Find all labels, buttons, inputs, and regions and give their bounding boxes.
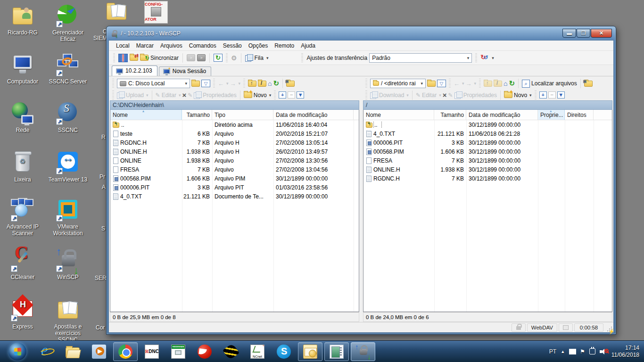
refresh-icon[interactable]: ↻ <box>273 79 280 88</box>
new-button[interactable]: Novo <box>254 92 267 99</box>
chevron-down-icon[interactable]: ▾ <box>266 56 269 60</box>
table-row[interactable]: ONLINE.H 1.938 KB 30/12/1899 00:00:00 <box>363 165 612 174</box>
table-row[interactable]: .. Diretório acima 11/06/2018 16:40:04 <box>110 120 359 129</box>
tab-new-session[interactable]: Nova Sessão <box>159 66 211 76</box>
menu-sessao[interactable]: Sessão <box>220 42 245 49</box>
remote-drive-select[interactable]: / <diretório rai ▾ <box>370 79 426 88</box>
new-button[interactable]: Novo <box>514 92 527 99</box>
close-button[interactable]: ✕ <box>591 29 612 38</box>
table-row[interactable]: 000568.PIM 1.606 KB Arquivo PIM 30/12/18… <box>110 174 359 183</box>
queue-button[interactable]: Fila <box>255 55 264 61</box>
taskbar-tool-button[interactable] <box>219 342 243 361</box>
chevron-down-icon[interactable]: ▾ <box>492 56 494 60</box>
taskbar-wmp-button[interactable] <box>87 342 111 361</box>
menu-opcoes[interactable]: Opções <box>245 42 271 49</box>
deselect-minus-icon[interactable]: − <box>288 91 295 99</box>
open-terminal-icon[interactable]: >⚡ <box>197 54 206 61</box>
forward-icon[interactable]: → <box>230 80 236 87</box>
table-row[interactable]: FRESA 7 KB 30/12/1899 00:00:00 <box>363 156 612 165</box>
upload-button[interactable]: Upload <box>126 92 144 99</box>
edit-pencil-icon[interactable]: ✎ <box>156 92 160 99</box>
rename-icon[interactable]: ✎ <box>188 92 192 99</box>
properties-icon[interactable] <box>454 91 462 99</box>
transfer-options-icon[interactable] <box>480 54 489 62</box>
table-row[interactable]: 000006.PIT 3 KB 30/12/1899 00:00:00 <box>363 138 612 147</box>
desktop-icon-teamviewer[interactable]: ↗ TeamViewer 13 <box>46 151 90 183</box>
transfer-preset-select[interactable]: Padrão ▾ <box>369 53 472 63</box>
table-row[interactable]: .. 30/12/1899 00:00:00 <box>363 120 612 129</box>
taskbar-clock[interactable]: 17:14 11/06/2018 <box>611 345 639 359</box>
root-directory-icon[interactable]: / <box>258 81 266 87</box>
download-button[interactable]: Download <box>379 92 404 99</box>
local-path-bar[interactable]: C:\DNC\Heidenhain\ <box>110 100 359 110</box>
delete-icon[interactable]: × <box>182 91 187 99</box>
restore-button[interactable]: ❐ <box>577 29 590 38</box>
table-row[interactable]: ONLINE 1.938 KB Arquivo 27/02/2008 13:30… <box>110 156 359 165</box>
column-header-nome[interactable]: ▴Nome <box>110 110 182 120</box>
console-icon[interactable]: > <box>187 54 195 61</box>
minimize-button[interactable]: ▬ <box>562 29 576 38</box>
tree-toggle-icon[interactable]: ▣ <box>584 81 593 87</box>
desktop-icon-ccleaner[interactable]: ↗ CCleaner <box>1 248 44 280</box>
download-icon[interactable] <box>370 91 378 99</box>
properties-button[interactable]: Propriedades <box>203 92 236 99</box>
title-bar[interactable]: ↓ / - 10.2.2.103 - WinSCP ▬ ❐ ✕ <box>107 26 616 40</box>
properties-button[interactable]: Propriedades <box>463 92 497 99</box>
column-header-tamanho[interactable]: Tamanho <box>434 110 466 120</box>
folder-documents-icon[interactable] <box>105 1 128 25</box>
table-row[interactable]: teste 6 KB Arquivo 20/02/2018 15:21:07 <box>110 129 359 138</box>
properties-icon[interactable] <box>194 91 201 99</box>
menu-comandos[interactable]: Comandos <box>186 42 220 49</box>
menu-local[interactable]: Local <box>113 42 133 49</box>
back-icon[interactable]: ← <box>454 80 460 87</box>
remote-file-list[interactable]: Nome Tamanho Data de modificação ▴Propri… <box>363 110 612 312</box>
tab-session-10-2-2-103[interactable]: 10.2.2.103 <box>112 66 157 76</box>
find-files-icon[interactable]: ⌕ <box>522 80 530 88</box>
menu-remoto[interactable]: Remoto <box>271 42 297 49</box>
deselect-minus-icon[interactable]: − <box>548 91 556 99</box>
new-icon[interactable]: ✦ <box>244 92 252 98</box>
preferences-gear-icon[interactable]: ⚙ <box>231 54 237 62</box>
select-plus-icon[interactable]: + <box>279 91 286 99</box>
refresh-session-icon[interactable]: ↻ <box>214 54 223 62</box>
menu-marcar[interactable]: Marcar <box>133 42 157 49</box>
forward-icon[interactable]: → <box>466 80 472 87</box>
desktop-icon-sscnc-server[interactable]: ↗ SSCNC Server <box>46 53 90 85</box>
edit-pencil-icon[interactable]: ✎ <box>416 92 421 99</box>
table-row[interactable]: RGDNC.H 7 KB 30/12/1899 00:00:00 <box>363 174 612 183</box>
column-header-proprietario[interactable]: ▴Proprie... <box>538 110 565 120</box>
column-header-nome[interactable]: Nome <box>363 110 434 120</box>
home-directory-icon[interactable]: ⌂ <box>504 80 507 87</box>
desktop-icon-advanced-ip-scanner[interactable]: ↗ Advanced IP Scanner <box>1 198 44 237</box>
taskbar-explorer-button[interactable] <box>60 342 85 361</box>
table-row[interactable]: 000568.PIM 1.606 KB 30/12/1899 00:00:00 <box>363 147 612 156</box>
panel-splitter[interactable] <box>359 77 363 322</box>
desktop-icon-vmware[interactable]: ↗ VMware Workstation <box>46 198 90 237</box>
desktop-icon-lixeira[interactable]: Lixeira <box>1 151 44 183</box>
action-center-flag-icon[interactable]: ⚑ <box>580 348 585 355</box>
parent-directory-icon[interactable]: ↑ <box>484 81 492 87</box>
taskbar-winscp-button[interactable]: ↑↓ <box>351 342 375 361</box>
open-directory-icon[interactable] <box>427 81 436 87</box>
menu-ajuda[interactable]: Ajuda <box>297 42 319 49</box>
local-drive-select[interactable]: C: Disco Local ▾ <box>117 79 190 88</box>
show-hidden-icons-button[interactable]: ▲ <box>561 349 565 354</box>
language-indicator[interactable]: PT <box>549 348 556 355</box>
desktop-icon-ricardo-rg[interactable]: Ricardo-RG <box>1 4 44 36</box>
taskbar-ie-button[interactable] <box>34 342 58 361</box>
desktop-icon-apostilas[interactable]: Apostilas e exercícios SSCNC <box>46 298 90 343</box>
network-signal-icon[interactable] <box>569 349 576 354</box>
desktop-icon-computador[interactable]: Computador <box>1 53 44 85</box>
queue-icon[interactable] <box>245 54 253 61</box>
new-icon[interactable]: ✦ <box>504 92 512 98</box>
back-icon[interactable]: ← <box>218 80 224 87</box>
desktop-icon-gerenciador-eficaz[interactable]: ↗ Gerenciador Eficaz <box>46 4 90 42</box>
table-row[interactable]: ONLINE.H 1.938 KB Arquivo H 26/02/2010 1… <box>110 147 359 156</box>
column-header-tipo[interactable]: Tipo <box>212 110 273 120</box>
start-button[interactable] <box>8 343 26 361</box>
taskbar-viewer-button[interactable] <box>324 342 349 361</box>
table-row[interactable]: RGDNC.H 7 KB Arquivo H 27/02/2008 13:05:… <box>110 138 359 147</box>
parent-directory-icon[interactable]: ↑ <box>248 81 256 87</box>
synchronize-button[interactable]: Sincronizar <box>150 55 179 61</box>
column-header-tamanho[interactable]: Tamanho <box>182 110 212 120</box>
